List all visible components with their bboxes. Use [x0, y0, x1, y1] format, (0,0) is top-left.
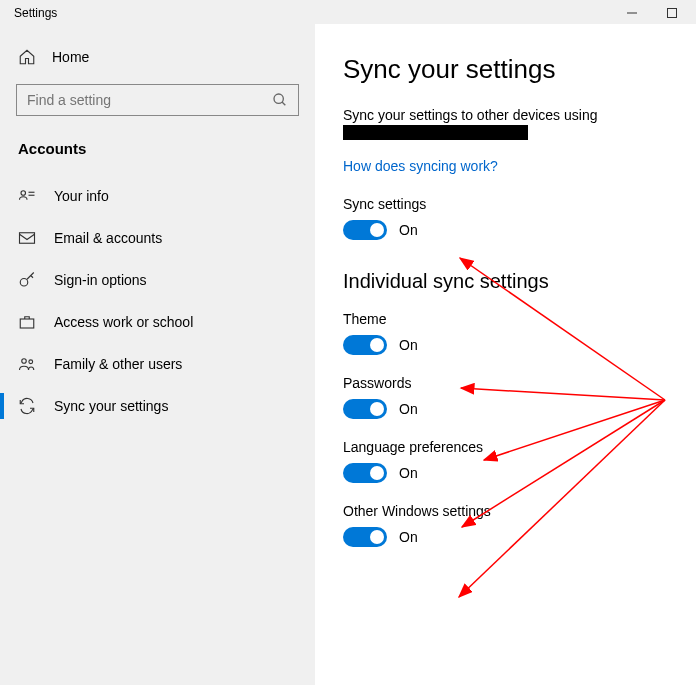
language-preferences-toggle[interactable]: [343, 463, 387, 483]
redacted-account: [343, 125, 528, 140]
sync-settings-label: Sync settings: [343, 196, 672, 212]
toggle-state-text: On: [399, 529, 418, 545]
home-icon: [18, 48, 36, 66]
home-label: Home: [52, 49, 89, 65]
other-windows-settings-label: Other Windows settings: [343, 503, 672, 519]
passwords-label: Passwords: [343, 375, 672, 391]
sidebar-item-label: Your info: [54, 188, 109, 204]
people-icon: [18, 355, 36, 373]
search-icon: [272, 92, 288, 108]
svg-point-2: [274, 94, 283, 103]
svg-line-3: [282, 102, 285, 105]
toggle-state-text: On: [399, 401, 418, 417]
sidebar-item-signin-options[interactable]: Sign-in options: [0, 259, 315, 301]
title-bar: Settings: [0, 0, 696, 24]
passwords-toggle[interactable]: [343, 399, 387, 419]
svg-rect-1: [668, 9, 677, 18]
svg-point-4: [21, 191, 26, 196]
sidebar-heading: Accounts: [0, 134, 315, 175]
svg-rect-7: [20, 233, 35, 244]
other-windows-settings-toggle[interactable]: [343, 527, 387, 547]
minimize-icon[interactable]: [626, 7, 638, 19]
svg-point-10: [22, 359, 27, 364]
sidebar-item-sync-settings[interactable]: Sync your settings: [0, 385, 315, 427]
sidebar: Home Accounts Your info Email & accounts…: [0, 24, 315, 685]
svg-point-11: [29, 360, 33, 364]
window-title: Settings: [14, 6, 57, 20]
sidebar-item-access-work[interactable]: Access work or school: [0, 301, 315, 343]
window-controls: [626, 7, 686, 19]
sidebar-item-label: Sync your settings: [54, 398, 168, 414]
page-title: Sync your settings: [343, 54, 672, 85]
key-icon: [18, 271, 36, 289]
sync-icon: [18, 397, 36, 415]
theme-label: Theme: [343, 311, 672, 327]
description-text: Sync your settings to other devices usin…: [343, 107, 672, 123]
sync-settings-toggle[interactable]: [343, 220, 387, 240]
person-card-icon: [18, 187, 36, 205]
content-pane: Sync your settings Sync your settings to…: [315, 24, 696, 685]
sidebar-item-label: Email & accounts: [54, 230, 162, 246]
search-input-container[interactable]: [16, 84, 299, 116]
toggle-state-text: On: [399, 337, 418, 353]
sidebar-item-label: Family & other users: [54, 356, 182, 372]
sidebar-item-label: Sign-in options: [54, 272, 147, 288]
briefcase-icon: [18, 313, 36, 331]
search-input[interactable]: [27, 92, 272, 108]
individual-sync-heading: Individual sync settings: [343, 270, 672, 293]
theme-toggle[interactable]: [343, 335, 387, 355]
sidebar-item-email-accounts[interactable]: Email & accounts: [0, 217, 315, 259]
sidebar-item-your-info[interactable]: Your info: [0, 175, 315, 217]
home-nav[interactable]: Home: [0, 40, 315, 84]
language-preferences-label: Language preferences: [343, 439, 672, 455]
svg-rect-9: [20, 319, 34, 328]
toggle-state-text: On: [399, 222, 418, 238]
how-syncing-works-link[interactable]: How does syncing work?: [343, 158, 672, 174]
mail-icon: [18, 229, 36, 247]
sidebar-item-family[interactable]: Family & other users: [0, 343, 315, 385]
toggle-state-text: On: [399, 465, 418, 481]
maximize-icon[interactable]: [666, 7, 678, 19]
sidebar-item-label: Access work or school: [54, 314, 193, 330]
svg-point-8: [20, 279, 28, 287]
